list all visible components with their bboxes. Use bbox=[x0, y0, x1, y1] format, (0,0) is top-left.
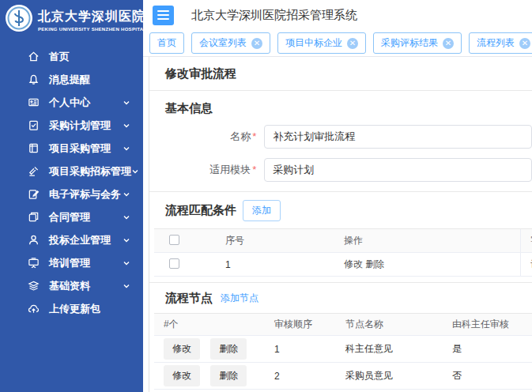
close-icon[interactable]: ✕ bbox=[251, 38, 262, 49]
order-cell: 1 bbox=[265, 344, 336, 355]
gavel-icon bbox=[27, 165, 40, 178]
sidebar-item-personal-center[interactable]: 个人中心 bbox=[0, 91, 143, 114]
sidebar-item-ebidding-conference[interactable]: 电子评标与会务 bbox=[0, 183, 143, 205]
seq-cell: 1 bbox=[216, 259, 334, 270]
layers-icon bbox=[27, 280, 40, 292]
add-condition-button[interactable]: 添加 bbox=[243, 200, 281, 221]
chevron-down-icon bbox=[123, 259, 130, 267]
director-review-cell: 是 bbox=[443, 342, 532, 356]
sidebar-item-label: 合同管理 bbox=[49, 210, 90, 224]
sidebar-item-messages[interactable]: 消息提醒 bbox=[0, 68, 143, 91]
sidebar-item-label: 项目采购管理 bbox=[49, 141, 111, 156]
modify-button[interactable]: 修改 bbox=[164, 365, 200, 386]
sidebar-item-upload-update-package[interactable]: 上传更新包 bbox=[0, 297, 143, 320]
cloud-upload-icon bbox=[27, 303, 40, 315]
header-checkbox-cell bbox=[154, 235, 216, 247]
tab-label: 流程列表 bbox=[477, 36, 515, 50]
user-icon bbox=[27, 234, 40, 247]
table-header-row: #个 审核顺序 节点名称 由科主任审核 bbox=[154, 314, 532, 336]
sidebar-item-label: 基础资料 bbox=[49, 279, 90, 293]
clipped-cell: 设 bbox=[520, 253, 532, 276]
close-icon[interactable]: ✕ bbox=[347, 38, 358, 49]
tab-meeting-room-list[interactable]: 会议室列表 ✕ bbox=[191, 32, 270, 54]
delete-button[interactable]: 删除 bbox=[210, 338, 247, 360]
column-header-actions: #个 bbox=[154, 318, 265, 331]
add-node-link[interactable]: 添加节点 bbox=[221, 292, 258, 305]
basic-info-heading: 基本信息 bbox=[165, 101, 532, 116]
close-icon[interactable]: ✕ bbox=[443, 38, 454, 49]
content-panel: 修改审批流程 基本信息 名称* 适用模块* 流程匹配条件 添加 序号 操作 字 bbox=[149, 57, 532, 392]
chevron-down-icon bbox=[131, 168, 139, 175]
modify-button[interactable]: 修改 bbox=[164, 338, 200, 360]
delete-button[interactable]: 删除 bbox=[210, 365, 247, 386]
chevron-down-icon bbox=[123, 282, 130, 290]
sidebar-item-label: 首页 bbox=[49, 50, 70, 64]
chevron-down-icon bbox=[123, 145, 130, 153]
required-asterisk: * bbox=[252, 130, 256, 142]
sidebar-item-home[interactable]: 首页 bbox=[0, 45, 143, 68]
row-checkbox[interactable] bbox=[169, 258, 179, 269]
tab-process-list[interactable]: 流程列表 ✕ bbox=[469, 32, 532, 54]
chevron-down-icon bbox=[123, 236, 130, 244]
sidebar-item-project-bidding-mgmt[interactable]: 项目采购招标管理 bbox=[0, 160, 143, 183]
column-header-seq: 序号 bbox=[216, 234, 334, 247]
clipboard-check-icon bbox=[27, 119, 40, 132]
hospital-name-en: PEKING UNIVERSITY SHENZHEN HOSPITAL bbox=[38, 27, 143, 32]
process-nodes-heading: 流程节点 bbox=[165, 291, 213, 306]
sidebar: 北京大学深圳医院 PEKING UNIVERSITY SHENZHEN HOSP… bbox=[0, 0, 143, 392]
sidebar-item-label: 上传更新包 bbox=[49, 302, 100, 316]
sidebar-item-project-purchase-mgmt[interactable]: 项目采购管理 bbox=[0, 137, 143, 160]
close-icon[interactable]: ✕ bbox=[519, 38, 530, 49]
process-nodes-table: #个 审核顺序 节点名称 由科主任审核 修改 删除 1 科主任意见 是 修改 删… bbox=[154, 313, 532, 390]
presentation-icon bbox=[27, 257, 40, 270]
edit-document-icon bbox=[27, 188, 40, 201]
sidebar-item-label: 培训管理 bbox=[49, 256, 90, 270]
order-cell: 2 bbox=[265, 371, 336, 382]
required-asterisk: * bbox=[252, 164, 256, 175]
hospital-logo: 北京大学深圳医院 PEKING UNIVERSITY SHENZHEN HOSP… bbox=[0, 0, 143, 40]
sidebar-nav: 首页 消息提醒 个人中心 采购计划管理 项目采购管理 项目采购招标管理 bbox=[0, 45, 143, 320]
select-all-checkbox[interactable] bbox=[169, 235, 179, 245]
sidebar-item-label: 投标企业管理 bbox=[49, 233, 111, 247]
form-row-module: 适用模块* bbox=[149, 158, 532, 182]
tab-project-winning-enterprise[interactable]: 项目中标企业 ✕ bbox=[277, 32, 366, 54]
app-title: 北京大学深圳医院招采管理系统 bbox=[191, 8, 357, 23]
match-conditions-heading: 流程匹配条件 bbox=[165, 203, 236, 218]
tab-label: 项目中标企业 bbox=[285, 36, 342, 50]
sidebar-item-label: 采购计划管理 bbox=[49, 119, 111, 133]
sidebar-item-basic-data[interactable]: 基础资料 bbox=[0, 274, 143, 297]
node-name-cell: 采购员意见 bbox=[336, 369, 443, 383]
sidebar-item-bidder-enterprise-mgmt[interactable]: 投标企业管理 bbox=[0, 228, 143, 251]
column-header-director-review: 由科主任审核 bbox=[443, 318, 532, 331]
home-icon bbox=[27, 51, 40, 63]
menu-toggle-button[interactable] bbox=[153, 6, 174, 25]
column-header-clipped: 字 bbox=[520, 229, 532, 252]
sidebar-item-training-mgmt[interactable]: 培训管理 bbox=[0, 251, 143, 274]
sidebar-item-contract-mgmt[interactable]: 合同管理 bbox=[0, 205, 143, 228]
tab-home[interactable]: 首页 bbox=[149, 32, 184, 54]
module-field[interactable] bbox=[264, 158, 532, 182]
actions-cell: 修改 删除 bbox=[154, 338, 265, 360]
copy-icon bbox=[27, 211, 40, 224]
name-label: 名称* bbox=[149, 130, 256, 144]
table-row: 1 修改 删除 设 bbox=[154, 253, 532, 277]
actions-cell: 修改 删除 bbox=[154, 365, 265, 386]
match-conditions-table: 序号 操作 字 1 修改 删除 设 bbox=[154, 228, 532, 277]
column-header-node-name: 节点名称 bbox=[336, 318, 443, 331]
name-field[interactable] bbox=[264, 125, 532, 149]
table-header-row: 序号 操作 字 bbox=[154, 229, 532, 253]
hospital-logo-text: 北京大学深圳医院 PEKING UNIVERSITY SHENZHEN HOSP… bbox=[38, 9, 143, 32]
modify-delete-links[interactable]: 修改 删除 bbox=[334, 258, 520, 271]
sidebar-item-label: 消息提醒 bbox=[49, 73, 90, 87]
match-conditions-header: 流程匹配条件 添加 bbox=[149, 192, 532, 228]
page-title-row: 修改审批流程 bbox=[149, 57, 532, 91]
form-row-name: 名称* bbox=[149, 125, 532, 149]
chevron-down-icon bbox=[123, 122, 130, 130]
row-checkbox-cell bbox=[154, 258, 216, 271]
node-name-cell: 科主任意见 bbox=[336, 342, 443, 356]
sidebar-item-purchase-plan-mgmt[interactable]: 采购计划管理 bbox=[0, 114, 143, 137]
book-icon bbox=[27, 142, 40, 155]
column-header-order: 审核顺序 bbox=[265, 318, 336, 331]
tab-bid-evaluation-result[interactable]: 采购评标结果 ✕ bbox=[373, 32, 462, 54]
top-bar: 北京大学深圳医院招采管理系统 bbox=[143, 0, 532, 30]
